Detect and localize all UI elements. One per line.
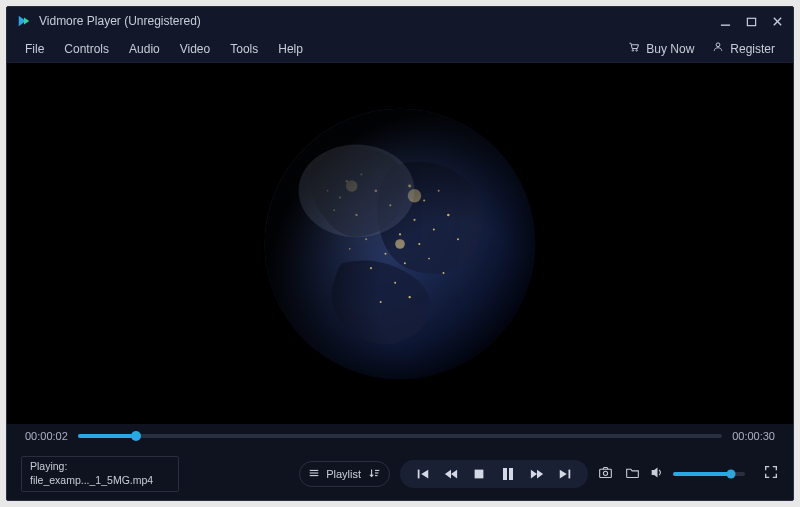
menu-bar: File Controls Audio Video Tools Help Buy… <box>7 35 793 63</box>
sort-button[interactable] <box>369 467 381 481</box>
seek-fill <box>78 434 136 438</box>
svg-marker-51 <box>421 470 428 479</box>
previous-button[interactable] <box>416 467 430 481</box>
svg-rect-3 <box>747 18 755 25</box>
volume-group <box>650 464 779 484</box>
svg-marker-57 <box>531 470 537 479</box>
fast-forward-button[interactable] <box>530 467 544 481</box>
stop-button[interactable] <box>472 467 486 481</box>
now-playing-filename: file_examp..._1_5MG.mp4 <box>30 474 170 488</box>
svg-rect-56 <box>509 468 513 480</box>
buy-now-button[interactable]: Buy Now <box>628 41 694 56</box>
buy-now-label: Buy Now <box>646 42 694 56</box>
menu-help[interactable]: Help <box>278 42 303 56</box>
svg-marker-53 <box>451 470 457 479</box>
playlist-label: Playlist <box>326 468 361 480</box>
video-frame-earth <box>255 99 545 389</box>
svg-point-7 <box>636 50 638 52</box>
seek-thumb[interactable] <box>131 431 141 441</box>
window-title: Vidmore Player (Unregistered) <box>39 14 201 28</box>
svg-point-42 <box>299 144 415 237</box>
playback-controls <box>400 460 588 488</box>
playlist-button[interactable]: Playlist <box>308 467 361 481</box>
cart-icon <box>628 41 640 56</box>
close-button[interactable] <box>771 15 783 27</box>
svg-point-6 <box>632 50 634 52</box>
playlist-group: Playlist <box>299 461 390 487</box>
register-button[interactable]: Register <box>712 41 775 56</box>
svg-marker-58 <box>537 470 543 479</box>
maximize-button[interactable] <box>745 15 757 27</box>
title-bar: Vidmore Player (Unregistered) <box>7 7 793 35</box>
app-window: Vidmore Player (Unregistered) File Contr… <box>6 6 794 501</box>
volume-button[interactable] <box>650 465 665 484</box>
list-icon <box>308 467 320 481</box>
next-button[interactable] <box>558 467 572 481</box>
svg-marker-1 <box>24 18 29 25</box>
window-controls <box>719 15 783 27</box>
speaker-icon <box>650 466 665 483</box>
menu-controls[interactable]: Controls <box>64 42 109 56</box>
pause-button[interactable] <box>500 466 516 482</box>
fullscreen-icon <box>763 466 779 483</box>
svg-point-8 <box>716 43 720 47</box>
folder-icon <box>625 466 640 483</box>
minimize-button[interactable] <box>719 15 731 27</box>
svg-marker-59 <box>560 470 567 479</box>
fullscreen-button[interactable] <box>763 464 779 484</box>
svg-point-62 <box>603 471 607 475</box>
camera-icon <box>598 466 613 483</box>
controls-row: Playing: file_examp..._1_5MG.mp4 Playlis… <box>7 448 793 500</box>
menu-audio[interactable]: Audio <box>129 42 160 56</box>
register-label: Register <box>730 42 775 56</box>
app-logo-icon <box>17 14 31 28</box>
time-total: 00:00:30 <box>732 430 775 442</box>
rewind-button[interactable] <box>444 467 458 481</box>
now-playing-box: Playing: file_examp..._1_5MG.mp4 <box>21 456 179 492</box>
svg-marker-63 <box>652 467 658 477</box>
svg-marker-52 <box>445 470 451 479</box>
user-icon <box>712 41 724 56</box>
progress-row: 00:00:02 00:00:30 <box>7 424 793 448</box>
volume-slider[interactable] <box>673 472 745 476</box>
sort-icon <box>369 469 381 481</box>
svg-point-41 <box>265 108 536 379</box>
menu-video[interactable]: Video <box>180 42 210 56</box>
volume-thumb[interactable] <box>726 470 735 479</box>
volume-fill <box>673 472 731 476</box>
svg-rect-55 <box>503 468 507 480</box>
svg-rect-54 <box>475 470 484 479</box>
now-playing-label: Playing: <box>30 460 170 474</box>
video-area[interactable] <box>7 63 793 424</box>
open-folder-button[interactable] <box>625 465 640 484</box>
svg-rect-61 <box>600 469 612 477</box>
menu-tools[interactable]: Tools <box>230 42 258 56</box>
snapshot-button[interactable] <box>598 465 613 484</box>
file-actions <box>598 465 640 484</box>
menu-file[interactable]: File <box>25 42 44 56</box>
time-current: 00:00:02 <box>25 430 68 442</box>
svg-rect-50 <box>418 470 420 479</box>
seek-bar[interactable] <box>78 434 722 438</box>
svg-rect-60 <box>569 470 571 479</box>
